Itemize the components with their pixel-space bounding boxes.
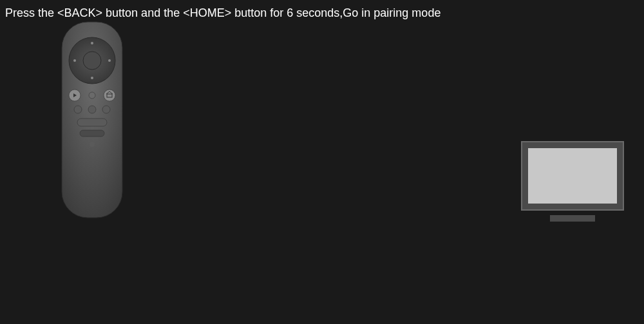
svg-point-10 bbox=[74, 106, 82, 113]
svg-point-12 bbox=[102, 106, 110, 113]
remote-control-icon bbox=[61, 21, 124, 219]
svg-point-11 bbox=[88, 106, 96, 113]
svg-point-6 bbox=[108, 59, 111, 62]
svg-point-5 bbox=[73, 59, 76, 62]
svg-rect-18 bbox=[550, 215, 595, 222]
svg-rect-17 bbox=[528, 148, 617, 204]
svg-point-2 bbox=[83, 52, 101, 70]
tv-icon bbox=[520, 140, 625, 224]
svg-point-8 bbox=[89, 92, 95, 99]
svg-rect-14 bbox=[80, 130, 104, 137]
svg-point-3 bbox=[91, 42, 93, 44]
svg-point-15 bbox=[90, 142, 95, 147]
svg-rect-13 bbox=[77, 119, 107, 126]
svg-point-4 bbox=[91, 77, 93, 79]
